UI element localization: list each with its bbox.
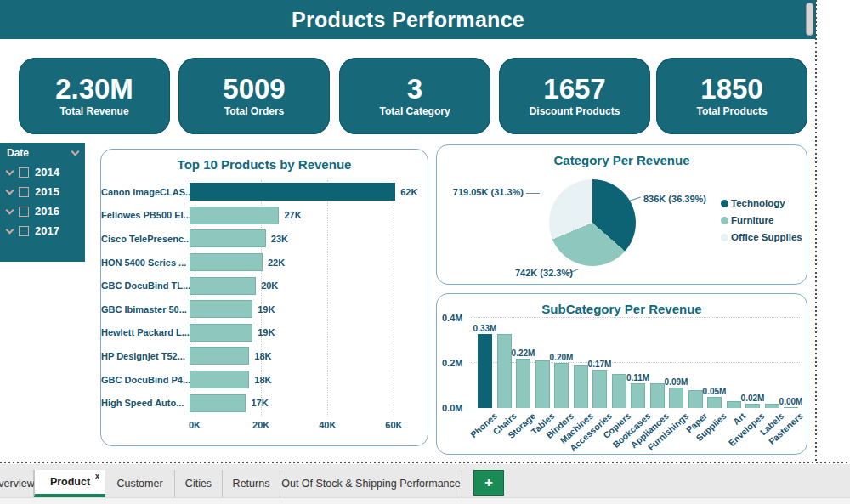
subcategory-column-labels: Labels bbox=[765, 404, 779, 408]
bar-value-label: 0.05M bbox=[703, 387, 727, 396]
chevron-down-icon[interactable] bbox=[6, 186, 14, 195]
report-title-banner: Products Performance bbox=[0, 0, 816, 39]
revenue-bar-4[interactable] bbox=[190, 253, 263, 271]
tab-cities[interactable]: Cities bbox=[175, 470, 223, 497]
revenue-bar-2[interactable] bbox=[190, 207, 279, 224]
bar-value-label: 0.00M bbox=[779, 397, 803, 406]
revenue-column-labels[interactable] bbox=[765, 404, 779, 408]
year-checkbox-2016[interactable] bbox=[19, 207, 29, 217]
subcategory-column-copiers: Copiers bbox=[612, 374, 626, 408]
revenue-column-fasteners[interactable] bbox=[784, 407, 798, 408]
revenue-bar-3[interactable] bbox=[190, 229, 266, 247]
kpi-card-total-products[interactable]: 1850Total Products bbox=[656, 58, 808, 134]
subcategory-column-machines: Machines bbox=[574, 365, 588, 408]
pie-callout-furniture: 742K (32.3%) bbox=[515, 268, 573, 278]
kpi-card-total-orders[interactable]: 5009Total Orders bbox=[178, 58, 330, 134]
bar-category-label: GBC DocuBind TL... bbox=[101, 280, 190, 291]
revenue-column-chairs[interactable] bbox=[497, 334, 512, 408]
kpi-card-total-category[interactable]: 3Total Category bbox=[339, 58, 490, 134]
tab-out-of-stock-shipping-performance[interactable]: Out Of Stock & Shipping Performance bbox=[280, 470, 462, 497]
year-checkbox-2015[interactable] bbox=[19, 187, 29, 197]
scrollbar-thumb[interactable] bbox=[806, 3, 813, 36]
date-slicer-item-2016: 2016 bbox=[7, 201, 85, 221]
revenue-column-appliances[interactable] bbox=[650, 383, 665, 408]
kpi-label: Total Category bbox=[379, 105, 450, 117]
revenue-column-furnishings[interactable] bbox=[669, 388, 683, 408]
y-axis-tick: 0.2M bbox=[442, 358, 469, 368]
bar-track: 17K bbox=[190, 394, 428, 412]
revenue-column-accessories[interactable] bbox=[592, 370, 607, 408]
pie-callout-office-supplies: 719.05K (31.3%) bbox=[437, 187, 524, 197]
revenue-column-phones[interactable] bbox=[478, 334, 492, 408]
revenue-bar-6[interactable] bbox=[190, 300, 252, 318]
revenue-bar-5[interactable] bbox=[190, 277, 256, 295]
date-slicer: Date 2014201520162017 bbox=[0, 143, 85, 262]
revenue-bar-9[interactable] bbox=[190, 371, 249, 388]
subcategory-column-bookcases: 0.11MBookcases bbox=[631, 373, 645, 408]
chevron-down-icon[interactable] bbox=[6, 167, 14, 175]
bar-value-label: 19K bbox=[258, 327, 275, 337]
subcategory-column-accessories: 0.17MAccessories bbox=[592, 360, 607, 408]
chevron-down-icon[interactable] bbox=[6, 206, 14, 214]
canvas-boundary-vertical bbox=[815, 0, 817, 463]
revenue-column-envelopes[interactable] bbox=[745, 404, 760, 408]
bar-value-label: 0.11M bbox=[626, 373, 649, 382]
table-row: HON 5400 Series ...22K bbox=[101, 251, 428, 275]
kpi-label: Total Revenue bbox=[60, 105, 128, 117]
kpi-card-total-revenue[interactable]: 2.30MTotal Revenue bbox=[19, 58, 170, 134]
revenue-column-machines[interactable] bbox=[574, 365, 588, 408]
tab-verview[interactable]: verview bbox=[0, 470, 34, 497]
legend-dot bbox=[721, 217, 728, 224]
revenue-column-art[interactable] bbox=[727, 401, 741, 408]
kpi-card-discount-products[interactable]: 1657Discount Products bbox=[499, 58, 650, 134]
bar-value-label: 0.09M bbox=[665, 377, 688, 387]
bottom-strip bbox=[0, 497, 850, 504]
add-page-button[interactable]: + bbox=[473, 470, 504, 496]
date-slicer-item-2014: 2014 bbox=[7, 162, 85, 182]
bar-value-label: 0.02M bbox=[741, 394, 765, 403]
revenue-column-supplies[interactable] bbox=[707, 397, 722, 408]
canvas-boundary-horizontal bbox=[0, 462, 850, 463]
kpi-value: 3 bbox=[407, 75, 422, 103]
year-checkbox-2014[interactable] bbox=[19, 167, 29, 178]
revenue-column-storage[interactable] bbox=[516, 359, 530, 408]
revenue-column-paper[interactable] bbox=[688, 390, 703, 408]
bar-value-label: 20K bbox=[261, 280, 278, 291]
bar-value-label: 0.17M bbox=[588, 360, 612, 369]
bar-category-label: HP Designjet T52... bbox=[101, 351, 190, 361]
bar-category-label: Hewlett Packard L... bbox=[101, 327, 190, 337]
year-checkbox-2017[interactable] bbox=[19, 226, 29, 236]
tab-product[interactable]: Productx bbox=[34, 470, 105, 497]
bar-track: 22K bbox=[190, 253, 428, 271]
revenue-column-bookcases[interactable] bbox=[631, 383, 645, 408]
revenue-bar-1[interactable] bbox=[190, 183, 395, 201]
category-pie[interactable] bbox=[549, 179, 636, 266]
subcategory-column-furnishings: 0.09MFurnishings bbox=[669, 377, 683, 408]
subcategory-column-chairs: Chairs bbox=[497, 334, 512, 408]
kpi-value: 5009 bbox=[223, 75, 285, 103]
bar-value-label: 18K bbox=[254, 375, 271, 385]
chevron-down-icon[interactable] bbox=[71, 148, 80, 156]
bar-track: 18K bbox=[190, 371, 428, 388]
chevron-down-icon[interactable] bbox=[6, 225, 14, 234]
tab-customer[interactable]: Customer bbox=[105, 470, 175, 497]
date-slicer-item-2017: 2017 bbox=[7, 221, 85, 241]
pie-callout-technology: 836K (36.39%) bbox=[643, 194, 706, 204]
tab-close-marker[interactable]: x bbox=[95, 472, 99, 480]
revenue-bar-8[interactable] bbox=[190, 347, 249, 365]
subcategory-column-art: Art bbox=[727, 401, 741, 408]
legend-item-technology[interactable]: Technology bbox=[721, 198, 802, 208]
revenue-bar-7[interactable] bbox=[190, 324, 252, 342]
tab-returns[interactable]: Returns bbox=[223, 470, 280, 497]
revenue-column-copiers[interactable] bbox=[612, 374, 626, 408]
legend-item-office-supplies[interactable]: Office Supplies bbox=[721, 232, 802, 242]
revenue-bar-10[interactable] bbox=[190, 394, 246, 412]
date-slicer-header: Date bbox=[7, 147, 85, 159]
kpi-value: 1850 bbox=[700, 75, 762, 103]
revenue-column-binders[interactable] bbox=[554, 363, 569, 408]
bar-value-label: 62K bbox=[400, 187, 417, 197]
bar-track: 20K bbox=[190, 277, 428, 295]
page-title: Products Performance bbox=[292, 8, 524, 32]
legend-item-furniture[interactable]: Furniture bbox=[721, 215, 802, 225]
revenue-column-tables[interactable] bbox=[536, 360, 550, 408]
